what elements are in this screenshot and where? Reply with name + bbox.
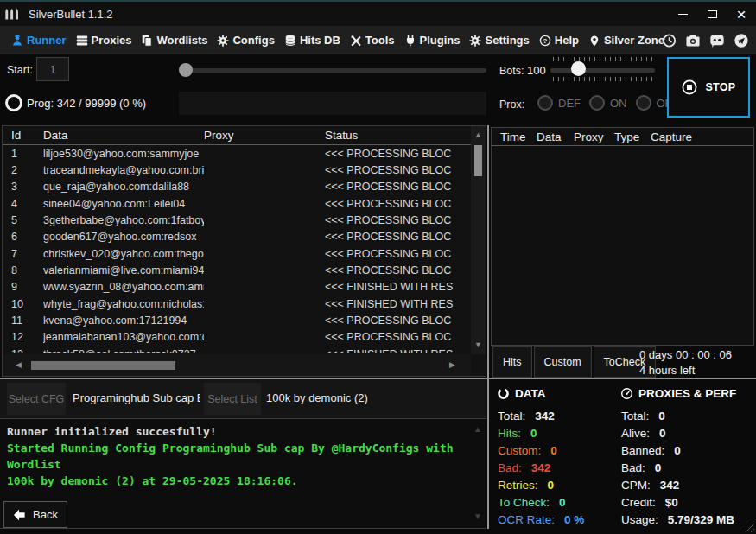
table-row[interactable]: 12 jeanmalabanan103@yahoo.com:dec <<< PR…	[3, 329, 469, 346]
select-config-button[interactable]: Select CFG	[7, 383, 66, 415]
prox-option[interactable]: ON	[589, 95, 627, 111]
cell-id: 11	[11, 315, 43, 327]
menu-item[interactable]: Runner	[11, 34, 67, 47]
data-section-header: DATA	[497, 387, 546, 400]
radio-icon	[636, 95, 651, 111]
table-row[interactable]: 6 gooden617@yahoo.com:redsox <<< PROCESS…	[3, 229, 469, 245]
bots-slider-handle[interactable]	[571, 61, 586, 76]
table-row[interactable]: 8 valerianmiami@live.com:miami94 <<< PRO…	[3, 262, 469, 278]
column-header[interactable]: Proxy	[204, 129, 325, 142]
table-row[interactable]: 13 throck58@aol.com:therock0727 <<< FINI…	[3, 346, 469, 353]
table-row[interactable]: 4 sinee04@yahoo.com:Leilei04 <<< PROCESS…	[3, 195, 469, 212]
cell-id: 4	[11, 198, 43, 210]
telegram-icon	[734, 33, 749, 48]
column-header[interactable]: Data	[537, 130, 574, 143]
progress-radio-icon[interactable]	[5, 94, 22, 111]
column-header[interactable]: Time	[500, 130, 537, 143]
progress-text: Prog: 342 / 99999 (0 %)	[27, 97, 146, 110]
vertical-splitter[interactable]	[487, 125, 489, 529]
table-row[interactable]: 3 que_raja@yahoo.com:dalila88 <<< PROCES…	[3, 179, 469, 195]
stat-row: Credit: $0	[621, 493, 734, 511]
column-header[interactable]: Status	[325, 129, 478, 142]
table-row[interactable]: 1 liljoe530@yahoo.com:sammyjoe <<< PROCE…	[3, 145, 469, 162]
prox-label: Prox:	[499, 99, 524, 111]
configs-icon	[217, 35, 229, 47]
menu-item[interactable]: ? Help	[539, 34, 579, 47]
menu-item[interactable]: Settings	[469, 34, 529, 47]
scroll-left-icon[interactable]: ◀	[16, 361, 22, 369]
stop-label: STOP	[705, 81, 735, 93]
menu-item[interactable]: Hits DB	[284, 34, 340, 47]
column-header[interactable]: Data	[43, 129, 204, 142]
prox-options: DEF ON OFF	[537, 95, 679, 111]
start-slider[interactable]	[181, 68, 486, 73]
results-table-body: 1 liljoe530@yahoo.com:sammyjoe <<< PROCE…	[3, 145, 469, 353]
scrollbar-thumb[interactable]	[474, 145, 482, 176]
menu-bar: Runner Proxies Wordlists Configs	[0, 26, 756, 54]
scroll-down-icon[interactable]: ▼	[474, 341, 482, 349]
cell-status: <<< PROCESSING BLOC	[325, 148, 469, 160]
cell-status: <<< PROCESSING BLOC	[325, 248, 469, 260]
maximize-button[interactable]	[697, 2, 727, 26]
menu-item[interactable]: Configs	[217, 34, 274, 47]
menu-item[interactable]: Plugins	[404, 34, 461, 47]
log-lines: Runner initialized succesfully!Started R…	[7, 423, 486, 489]
column-header[interactable]: Type	[614, 130, 651, 143]
close-button[interactable]: ×	[727, 2, 756, 26]
scroll-up-icon[interactable]: ▲	[474, 131, 482, 139]
cell-id: 5	[11, 214, 43, 226]
table-row[interactable]: 9 www.syazrin_08@yahoo.com:amiera <<< FI…	[3, 279, 469, 296]
table-row[interactable]: 11 kvena@yahoo.com:17121994 <<< PROCESSI…	[3, 312, 469, 328]
cell-data: kvena@yahoo.com:17121994	[43, 315, 204, 327]
stop-button[interactable]: STOP	[667, 57, 750, 118]
tray-button[interactable]	[683, 30, 702, 50]
log-scroll-down-icon[interactable]: ▼	[473, 512, 482, 520]
window-controls: ×	[668, 2, 756, 26]
tray-button[interactable]	[658, 30, 678, 50]
back-button[interactable]: Back	[3, 501, 67, 528]
start-input[interactable]	[36, 57, 69, 81]
menu-item[interactable]: Silver Zone	[588, 34, 664, 47]
back-label: Back	[33, 508, 58, 521]
menu-items: Runner Proxies Wordlists Configs	[11, 34, 664, 47]
prox-option[interactable]: DEF	[537, 95, 581, 111]
stop-icon	[681, 79, 698, 96]
start-slider-handle[interactable]	[179, 63, 193, 77]
table-row[interactable]: 7 christkev_020@yahoo.com:thegood <<< PR…	[3, 245, 469, 262]
menu-item[interactable]: Wordlists	[141, 34, 207, 47]
log-scroll-up-icon[interactable]: ▲	[473, 425, 482, 433]
timer-elapsed: 0 days 00 : 00 : 06	[639, 347, 732, 363]
tray-button[interactable]	[707, 30, 727, 50]
table-row[interactable]: 2 traceandmekayla@yahoo.com:britta <<< P…	[3, 162, 469, 178]
bots-slider[interactable]	[550, 68, 655, 73]
radio-icon	[537, 95, 553, 111]
data-stats: Total: 342 Hits: 0 Custom: 0 Bad: 342	[498, 407, 584, 528]
log-line: Started Running Config Programinghub Sub…	[7, 440, 486, 473]
stat-row: OCR Rate: 0 %	[498, 511, 584, 528]
scrollbar-thumb[interactable]	[31, 361, 175, 370]
cell-status: <<< FINISHED WITH RES	[325, 281, 469, 293]
select-list-button[interactable]: Select List	[204, 383, 261, 415]
vertical-scrollbar[interactable]: ▲ ▼	[471, 126, 486, 354]
menu-item[interactable]: Proxies	[76, 34, 132, 47]
menu-item[interactable]: Tools	[350, 34, 395, 47]
column-header[interactable]: Proxy	[574, 130, 614, 143]
cell-id: 3	[11, 181, 43, 193]
config-name: Programinghub Sub cap By @H.	[73, 391, 200, 404]
tab[interactable]: Custom	[534, 346, 592, 378]
cell-id: 2	[11, 164, 43, 176]
horizontal-scrollbar[interactable]: ◀ ▶	[3, 354, 471, 376]
cell-data: traceandmekayla@yahoo.com:britta	[43, 164, 204, 176]
tray-button[interactable]	[731, 30, 751, 50]
column-header[interactable]: Id	[11, 129, 43, 142]
cell-data: jeanmalabanan103@yahoo.com:dec	[43, 331, 204, 343]
scroll-right-icon[interactable]: ▶	[449, 361, 455, 369]
timer: 0 days 00 : 00 : 06 4 hours left	[639, 347, 732, 378]
stat-row: Hits: 0	[498, 424, 584, 442]
column-header[interactable]: Capture	[651, 130, 753, 143]
tab[interactable]: Hits	[492, 346, 532, 378]
minimize-button[interactable]	[668, 2, 697, 26]
table-row[interactable]: 5 3getherbabe@yahoo.com:1fatboy <<< PROC…	[3, 212, 469, 228]
results-table-header: IdDataProxyStatus	[3, 126, 478, 145]
table-row[interactable]: 10 whyte_frag@yahoo.com:nicholas17 <<< F…	[3, 296, 469, 312]
